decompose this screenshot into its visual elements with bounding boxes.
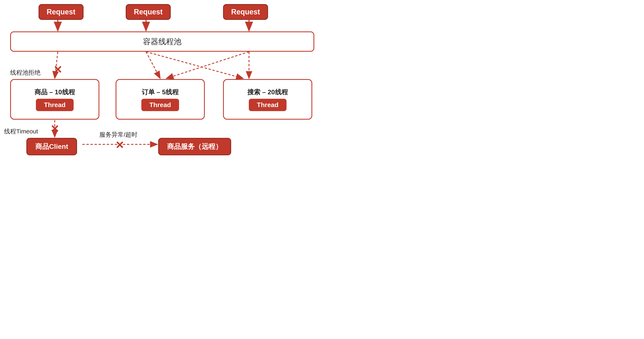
reject-x-mark: ✕ bbox=[53, 64, 62, 75]
product-service-box: 商品服务（远程） bbox=[158, 138, 231, 155]
svg-line-7 bbox=[146, 52, 243, 78]
thread-search-inner: Thread bbox=[249, 99, 287, 111]
thread-product-inner: Thread bbox=[36, 99, 74, 111]
thread-pool-search-label: 搜索 – 20线程 bbox=[248, 88, 288, 97]
thread-order-inner: Thread bbox=[141, 99, 179, 111]
thread-pool-product-label: 商品 – 10线程 bbox=[34, 88, 75, 97]
diagram-container: Request Request Request 容器线程池 线程池拒绝 ✕ 商品… bbox=[0, 0, 322, 170]
request-box-2: Request bbox=[126, 4, 171, 20]
svg-line-8 bbox=[166, 52, 249, 78]
request-box-1: Request bbox=[38, 4, 84, 20]
reject-label: 线程池拒绝 bbox=[10, 68, 40, 77]
thread-pool-order-label: 订单 – 5线程 bbox=[142, 88, 178, 97]
thread-pool-search: 搜索 – 20线程 Thread bbox=[223, 79, 312, 120]
service-error-x-mark: ✕ bbox=[115, 140, 124, 150]
product-client-box: 商品Client bbox=[26, 138, 77, 155]
thread-pool-order: 订单 – 5线程 Thread bbox=[116, 79, 205, 120]
service-error-label: 服务异常/超时 bbox=[99, 130, 138, 139]
timeout-label: 线程Timeout bbox=[4, 127, 38, 136]
svg-line-6 bbox=[146, 52, 160, 78]
container-pool-box: 容器线程池 bbox=[10, 32, 314, 52]
timeout-x-mark: ✕ bbox=[50, 124, 59, 134]
request-box-3: Request bbox=[223, 4, 268, 20]
pool-label: 容器线程池 bbox=[143, 36, 182, 47]
thread-pool-product: 商品 – 10线程 Thread bbox=[10, 79, 99, 120]
